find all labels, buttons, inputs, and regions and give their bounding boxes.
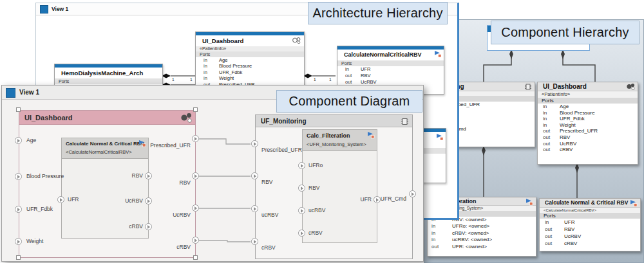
port-row: inUFR_Fdbk	[196, 69, 304, 75]
port-in-weight[interactable]	[15, 238, 22, 245]
port-label: cRBV	[99, 223, 143, 230]
ports-section-label: Ports	[538, 98, 638, 104]
port-in-ufr[interactable]	[57, 196, 64, 203]
hierarchy-block-ui-dashboard[interactable]: UI_Dashboard «PatientInfo» Ports inAge i…	[537, 82, 638, 165]
port-label: UFRo	[308, 162, 323, 169]
view-circles-icon	[292, 37, 301, 44]
port-label: Prescribed_UFR	[261, 147, 302, 154]
port-row: inAge	[538, 104, 638, 110]
port-label: RBV	[126, 179, 191, 186]
component-header[interactable]: UF_Monitoring	[256, 115, 412, 127]
block-title: CalculateNormalCriticalRBV	[337, 50, 444, 60]
composition-diamond-icon	[303, 74, 312, 78]
port-in-prescribed-ufr[interactable]	[251, 140, 258, 147]
stereotype-row: <CalculateNormalCriticalRBV>	[540, 208, 640, 213]
port-label: ucRBV	[261, 212, 278, 219]
selection-handle[interactable]	[16, 255, 21, 260]
port-label: RBV	[99, 172, 143, 179]
port-row: inBlood Pressure	[538, 110, 638, 116]
port-in-ufro[interactable]	[298, 162, 305, 169]
composition-arrow-icon	[482, 146, 486, 156]
arch-block-ui-dashboard[interactable]: UI_Dashboard «PatientInfo» Ports inAge i…	[195, 32, 305, 93]
port-label: RBV	[261, 179, 272, 186]
behavior-flag-icon	[525, 198, 533, 206]
component-header[interactable]: UI_Dashboard	[19, 111, 195, 125]
port-row: outUcRBV	[538, 141, 638, 147]
port-out-ufr-cmd[interactable]	[409, 190, 416, 197]
port-label: UFR_Fdbk	[26, 206, 53, 213]
component-title: UF_Monitoring	[261, 118, 307, 125]
port-row: outPrescribed_UFR	[538, 128, 638, 134]
port-label: Age	[26, 137, 36, 144]
port-in-rbv[interactable]	[298, 185, 305, 192]
port-out-crbv[interactable]	[192, 237, 199, 244]
block-title: Calc_Filteration	[307, 132, 350, 139]
port-row: inucRBV: <owned>	[428, 237, 536, 243]
port-out-ucrbv[interactable]	[192, 204, 199, 212]
port-label: UcRBV	[99, 197, 143, 204]
port-row: outcRBV	[540, 240, 640, 247]
port-row: inBlood Pressure	[196, 63, 304, 69]
port-row: outRBV	[337, 73, 444, 79]
port-label: UFR	[68, 196, 79, 203]
port-in-age[interactable]	[15, 137, 22, 144]
port-label: cRBV	[126, 244, 191, 251]
port-out-ufr[interactable]	[374, 196, 381, 203]
port-label: ucRBV	[308, 207, 325, 214]
composition-arrow-icon	[575, 163, 579, 173]
port-label: UFR	[348, 196, 372, 203]
block-header: Calc_Filteration <UFR_Monitoring_System>	[303, 130, 377, 151]
port-in-crbv[interactable]	[251, 238, 258, 245]
selection-handle[interactable]	[16, 107, 21, 112]
label-component-hierarchy: Component Hierarchy	[491, 21, 639, 44]
multiplicity-label: 1	[329, 77, 332, 82]
port-label: Prescribed_UFR	[126, 142, 191, 149]
stereotype-row: «PatientInfo»	[196, 46, 304, 51]
port-label: cRBV	[308, 230, 323, 237]
chip-icon	[401, 117, 409, 126]
port-row: inWeight	[538, 122, 638, 129]
port-row: inWeight	[196, 75, 304, 81]
selection-handle[interactable]	[193, 255, 198, 260]
stereotype-row: «PatientInfo»	[538, 91, 638, 98]
port-label: Weight	[26, 238, 43, 245]
port-in-crbv[interactable]	[298, 230, 305, 237]
hierarchy-block-calc-rbv[interactable]: Calculate Normal & Critical RBV <Calcula…	[539, 198, 641, 251]
port-out-rbv[interactable]	[145, 172, 152, 179]
port-row: inAge	[196, 57, 304, 63]
port-out-ucrbv[interactable]	[145, 197, 152, 204]
port-in-blood-pressure[interactable]	[15, 173, 22, 180]
port-row: outUcRBV	[540, 233, 640, 240]
behavior-flag-icon	[366, 131, 375, 139]
port-row: inUFR	[540, 219, 640, 226]
composition-arrow-icon	[509, 50, 513, 59]
multiplicity-label: 1	[190, 77, 193, 82]
composition-arrow-icon	[561, 50, 565, 59]
port-out-crbv[interactable]	[145, 223, 152, 230]
block-title: UI_Dashboard	[196, 35, 304, 46]
port-in-rbv[interactable]	[251, 172, 258, 179]
selection-handle[interactable]	[193, 107, 198, 112]
composition-diamond-icon	[162, 74, 171, 78]
port-row: outcRBV	[538, 147, 638, 153]
chip-icon	[524, 83, 532, 91]
port-in-ucrbv[interactable]	[251, 205, 258, 212]
behavior-flag-icon	[435, 133, 444, 141]
component-title: UI_Dashboard	[24, 114, 73, 122]
port-out-rbv[interactable]	[192, 172, 199, 179]
port-row: outRBV	[540, 226, 640, 233]
block-stereotype: <CalculateNormalCriticalRBV>	[66, 149, 132, 155]
block-title: Calculate Normal & Critical RBV	[540, 199, 640, 208]
port-row: outUFR: <owned>	[428, 244, 536, 250]
ports-section-label: Ports	[337, 60, 444, 66]
port-in-ucrbv[interactable]	[298, 207, 305, 214]
ports-section-label: Ports	[540, 213, 640, 219]
port-label: cRBV	[261, 244, 276, 251]
port-in-ufr-fdbk[interactable]	[15, 206, 22, 213]
block-title: HemoDialysisMachine_Arch	[55, 68, 162, 78]
port-label: RBV	[308, 185, 319, 192]
port-row: outRBV	[538, 134, 638, 141]
port-row: inUFR	[337, 66, 444, 73]
view-circles-icon	[180, 113, 192, 123]
port-out-prescribed-ufr[interactable]	[192, 135, 199, 142]
